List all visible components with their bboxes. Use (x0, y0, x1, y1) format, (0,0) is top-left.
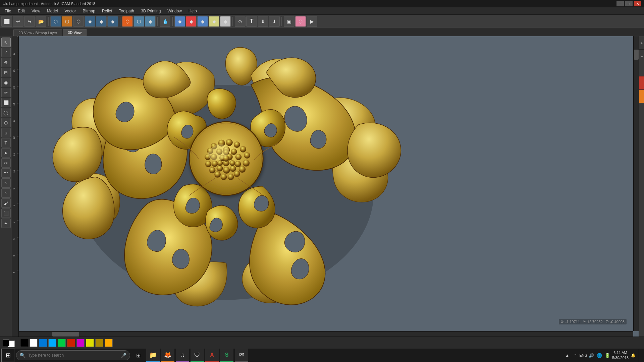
tool-text[interactable]: T (1, 138, 11, 147)
tray-network2[interactable]: 🌐 (596, 352, 603, 359)
menu-bitmap[interactable]: Bitmap (79, 8, 99, 14)
menu-window[interactable]: Window (164, 8, 185, 14)
tab-3d-view[interactable]: 3D View (63, 29, 87, 36)
tool-paint[interactable]: 🖌 (1, 198, 11, 208)
close-button[interactable]: ✕ (634, 1, 641, 6)
menu-toolpath[interactable]: Toolpath (116, 8, 138, 14)
toolbar-tool6[interactable]: ◆ (107, 16, 118, 27)
menu-view[interactable]: View (28, 8, 44, 14)
tool-wave1[interactable]: 〜 (1, 168, 11, 178)
menu-relief[interactable]: Relief (99, 8, 116, 14)
menu-model[interactable]: Model (44, 8, 61, 14)
tool-cut[interactable]: ✂ (1, 158, 11, 168)
right-panel-btn2[interactable]: ▶ (639, 50, 644, 63)
swatch-white[interactable] (30, 339, 38, 347)
tool-node[interactable]: ↗ (1, 48, 11, 57)
tool-rect[interactable]: ⬜ (1, 98, 11, 107)
menu-edit[interactable]: Edit (14, 8, 28, 14)
tool-grid[interactable]: ⊞ (1, 68, 11, 77)
swatch-brown[interactable] (95, 339, 103, 347)
tray-network[interactable]: ▲ (564, 352, 571, 359)
taskbar-search[interactable]: 🔍 🎤 (16, 350, 130, 360)
taskbar-app-music[interactable]: ♫ (176, 349, 189, 362)
swatch-purple[interactable] (76, 339, 85, 347)
tool-star[interactable]: ✦ (1, 219, 11, 228)
toolbar-tool8[interactable]: ⬡ (133, 16, 144, 27)
tool-stamp[interactable]: ⬛ (1, 208, 11, 218)
minimize-button[interactable]: ─ (616, 1, 624, 6)
tray-notification[interactable]: 🔔 (630, 352, 637, 359)
toolbar-tool9[interactable]: ◆ (145, 16, 156, 27)
search-input[interactable] (28, 353, 118, 358)
tool-wave2[interactable]: 〜 (1, 178, 11, 188)
toolbar-redo[interactable]: ↪ (24, 16, 35, 27)
swatch-black[interactable] (20, 339, 28, 347)
menu-file[interactable]: File (1, 8, 14, 14)
right-panel-color2[interactable] (639, 90, 644, 103)
tool-ellipse[interactable]: ◯ (1, 108, 11, 117)
toolbar-download1[interactable]: ⬇ (258, 16, 268, 27)
task-view-button[interactable]: ⊞ (131, 349, 145, 362)
swatch-cyan[interactable] (48, 339, 56, 347)
swatch-black-fg[interactable] (3, 340, 9, 346)
show-desktop-button[interactable] (638, 349, 640, 362)
right-panel-btn1[interactable]: ▶ (639, 36, 644, 50)
scroll-bottom[interactable] (19, 331, 633, 337)
toolbar-diamond5[interactable]: ◆ (220, 16, 231, 27)
tray-time[interactable]: 6:11 AM 5/30/2018 (612, 350, 629, 361)
toolbar-text[interactable]: T (246, 16, 257, 27)
toolbar-tool5[interactable]: ◆ (96, 16, 107, 27)
tool-wave3[interactable]: 〜 (1, 188, 11, 198)
toolbar-new[interactable]: ⬜ (1, 16, 12, 27)
toolbar-tool1[interactable]: ⬡ (50, 16, 61, 27)
toolbar-diamond1[interactable]: ◆ (174, 16, 185, 27)
swatch-blue1[interactable] (39, 339, 47, 347)
toolbar-tool7[interactable]: ⬡ (122, 16, 133, 27)
swatch-yellow[interactable] (86, 339, 94, 347)
toolbar-circle[interactable]: ⊙ (235, 16, 246, 27)
toolbar-diamond3[interactable]: ◆ (197, 16, 208, 27)
tray-keyboard[interactable]: ENG (580, 352, 587, 359)
toolbar-tool3[interactable]: ⬡ (73, 16, 84, 27)
toolbar-diamond2[interactable]: ◆ (186, 16, 197, 27)
tray-icons-expand[interactable]: ⌃ (572, 352, 579, 359)
taskbar-app-mail[interactable]: ✉ (235, 349, 248, 362)
tool-circle-tool[interactable]: ◉ (1, 78, 11, 87)
menu-help[interactable]: Help (185, 8, 200, 14)
taskbar-app-shield[interactable]: 🛡 (191, 349, 204, 362)
toolbar-tool2[interactable]: ⬡ (62, 16, 72, 27)
start-button[interactable]: ⊞ (1, 349, 15, 362)
tray-battery[interactable]: 🔋 (604, 352, 611, 359)
right-panel-btn3[interactable] (639, 63, 644, 76)
tab-2d-view[interactable]: 2D View - Bitmap Layer (13, 29, 62, 36)
tray-volume[interactable]: 🔊 (588, 352, 595, 359)
tool-arrow[interactable]: ➤ (1, 148, 11, 158)
toolbar-open[interactable]: 📂 (36, 16, 46, 27)
swatch-orange[interactable] (105, 339, 113, 347)
tool-transform[interactable]: ⊕ (1, 58, 11, 67)
toolbar-undo[interactable]: ↩ (13, 16, 23, 27)
tool-curve[interactable]: ∪ (1, 128, 11, 137)
scroll-right[interactable] (633, 36, 639, 331)
right-panel-color1[interactable] (639, 76, 644, 90)
taskbar-app-explorer[interactable]: 📁 (146, 349, 160, 362)
toolbar-play[interactable]: ▶ (307, 16, 317, 27)
toolbar-pink[interactable]: ⬡ (295, 16, 306, 27)
toolbar-droplet[interactable]: 💧 (160, 16, 170, 27)
tool-polygon[interactable]: ⬡ (1, 118, 11, 127)
toolbar-download2[interactable]: ⬇ (269, 16, 280, 27)
toolbar-tool4[interactable]: ◆ (85, 16, 95, 27)
toolbar-diamond4[interactable]: ◆ (209, 16, 219, 27)
swatch-red[interactable] (67, 339, 75, 347)
right-panel-btn4[interactable] (639, 103, 644, 337)
menu-vector[interactable]: Vector (61, 8, 79, 14)
tool-pen[interactable]: ✏ (1, 88, 11, 97)
menu-3dprinting[interactable]: 3D Printing (138, 8, 164, 14)
tool-select[interactable]: ↖ (1, 38, 11, 47)
taskbar-app-firefox[interactable]: 🦊 (161, 349, 174, 362)
maximize-button[interactable]: □ (625, 1, 633, 6)
taskbar-app-a[interactable]: A (205, 349, 219, 362)
canvas-3d[interactable]: X: -1.19711 Y: 12.79252 Z: -0.49993 (19, 36, 633, 331)
taskbar-app-s[interactable]: S (220, 349, 233, 362)
swatch-green[interactable] (58, 339, 66, 347)
